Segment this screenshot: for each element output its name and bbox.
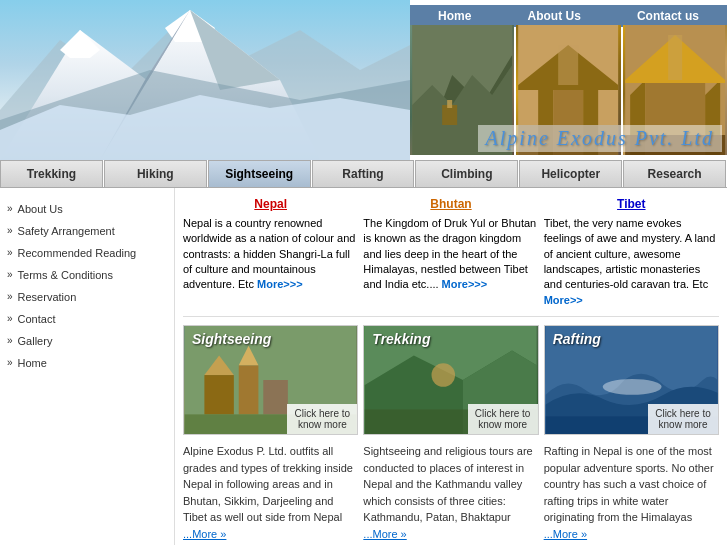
tab-rafting[interactable]: Rafting (312, 160, 415, 187)
sidebar-item-home[interactable]: » Home (5, 352, 169, 374)
rafting-card-title: Rafting (553, 331, 601, 347)
desc-rafting-text: Rafting in Nepal is one of the most popu… (544, 445, 714, 523)
top-nav: Home About Us Contact us (410, 5, 727, 27)
bhutan-col: Bhutan The Kingdom of Druk Yul or Bhutan… (363, 196, 538, 308)
tab-sightseeing[interactable]: Sightseeing (208, 160, 311, 187)
tibet-col: Tibet Tibet, the very name evokes feelin… (544, 196, 719, 308)
arrow-icon: » (7, 269, 13, 280)
nav-about[interactable]: About Us (527, 9, 580, 23)
sidebar-item-terms[interactable]: » Terms & Conditions (5, 264, 169, 286)
nav-home[interactable]: Home (438, 9, 471, 23)
svg-point-40 (432, 363, 456, 387)
mountain-svg (0, 0, 410, 160)
mountain-image (0, 0, 410, 160)
desc-trekking-text: Alpine Exodus P. Ltd. outfits all grades… (183, 445, 353, 523)
sidebar-item-reading[interactable]: » Recommended Reading (5, 242, 169, 264)
trekking-card[interactable]: Trekking Click here to know more (363, 325, 538, 435)
desc-sightseeing-more[interactable]: ...More » (363, 528, 406, 540)
arrow-icon: » (7, 357, 13, 368)
sidebar-item-gallery[interactable]: » Gallery (5, 330, 169, 352)
arrow-icon: » (7, 313, 13, 324)
tab-helicopter[interactable]: Helicopter (519, 160, 622, 187)
trekking-click[interactable]: Click here to know more (468, 404, 538, 434)
sidebar-item-contact[interactable]: » Contact (5, 308, 169, 330)
arrow-icon: » (7, 291, 13, 302)
sidebar-item-reservation[interactable]: » Reservation (5, 286, 169, 308)
bhutan-more[interactable]: More>>> (442, 278, 488, 290)
tab-research[interactable]: Research (623, 160, 726, 187)
desc-rafting: Rafting in Nepal is one of the most popu… (544, 443, 719, 542)
tab-trekking[interactable]: Trekking (0, 160, 103, 187)
arrow-icon: » (7, 247, 13, 258)
desc-sightseeing: Sightseeing and religious tours are cond… (363, 443, 538, 542)
desc-trekking-more[interactable]: ...More » (183, 528, 226, 540)
svg-rect-14 (447, 100, 452, 108)
destinations-row: Nepal Nepal is a country renowned worldw… (183, 196, 719, 317)
trekking-card-title: Trekking (372, 331, 430, 347)
trekking-bg: Trekking Click here to know more (364, 326, 537, 434)
tibet-text: Tibet, the very name evokes feelings of … (544, 217, 716, 291)
sightseeing-card-title: Sightseeing (192, 331, 271, 347)
rafting-card[interactable]: Rafting Click here to know more (544, 325, 719, 435)
tibet-more[interactable]: More>> (544, 294, 583, 306)
site-title: Alpine Exodus Pvt. Ltd (478, 125, 722, 152)
sidebar-item-safety[interactable]: » Safety Arrangement (5, 220, 169, 242)
sidebar: » About Us » Safety Arrangement » Recomm… (0, 188, 175, 545)
nepal-more[interactable]: More>>> (257, 278, 303, 290)
nav-contact[interactable]: Contact us (637, 9, 699, 23)
arrow-icon: » (7, 225, 13, 236)
arrow-icon: » (7, 203, 13, 214)
nepal-col: Nepal Nepal is a country renowned worldw… (183, 196, 358, 308)
desc-rafting-more[interactable]: ...More » (544, 528, 587, 540)
tab-hiking[interactable]: Hiking (104, 160, 207, 187)
descriptions-row: Alpine Exodus P. Ltd. outfits all grades… (183, 443, 719, 542)
feature-cards: Sightseeing Click here to know more Trek… (183, 325, 719, 435)
main-navigation: Trekking Hiking Sightseeing Rafting Clim… (0, 160, 727, 188)
svg-rect-31 (239, 365, 259, 414)
arrow-icon: » (7, 335, 13, 346)
sidebar-item-about[interactable]: » About Us (5, 198, 169, 220)
rafting-bg: Rafting Click here to know more (545, 326, 718, 434)
rafting-click[interactable]: Click here to know more (648, 404, 718, 434)
sightseeing-bg: Sightseeing Click here to know more (184, 326, 357, 434)
svg-rect-28 (668, 35, 682, 80)
content-area: Nepal Nepal is a country renowned worldw… (175, 188, 727, 545)
desc-trekking: Alpine Exodus P. Ltd. outfits all grades… (183, 443, 358, 542)
page-header: Home About Us Contact us (0, 0, 727, 160)
sightseeing-click[interactable]: Click here to know more (287, 404, 357, 434)
sightseeing-card[interactable]: Sightseeing Click here to know more (183, 325, 358, 435)
nepal-heading: Nepal (183, 196, 358, 213)
main-content: » About Us » Safety Arrangement » Recomm… (0, 188, 727, 545)
svg-rect-30 (204, 375, 233, 414)
bhutan-heading: Bhutan (363, 196, 538, 213)
tab-climbing[interactable]: Climbing (415, 160, 518, 187)
desc-sightseeing-text: Sightseeing and religious tours are cond… (363, 445, 532, 523)
tibet-heading: Tibet (544, 196, 719, 213)
svg-rect-21 (558, 45, 578, 85)
svg-rect-32 (263, 380, 288, 414)
svg-point-42 (602, 379, 661, 395)
